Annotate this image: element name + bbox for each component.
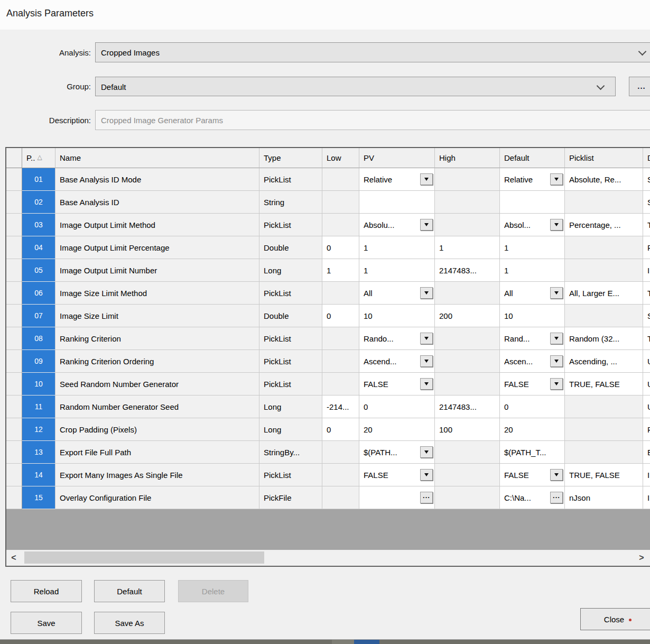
pv-cell-dropdown-button[interactable] [420, 333, 433, 344]
default-cell[interactable]: FALSE [500, 464, 565, 486]
row-selector[interactable] [6, 395, 22, 418]
high-cell[interactable]: 2147483... [435, 395, 500, 418]
low-cell[interactable] [322, 464, 359, 486]
row-selector[interactable] [6, 464, 22, 486]
param-type-cell[interactable]: PickList [259, 168, 322, 191]
high-cell[interactable] [435, 191, 500, 214]
picklist-cell[interactable]: Absolute, Re... [565, 168, 643, 191]
low-cell[interactable]: 0 [322, 236, 359, 259]
pv-cell-dropdown-button[interactable] [420, 446, 433, 458]
default-cell[interactable]: 20 [500, 418, 565, 441]
default-cell[interactable]: C:\Na...... [500, 486, 565, 509]
param-name-cell[interactable]: Base Analysis ID [55, 191, 259, 214]
param-name-cell[interactable]: Crop Padding (Pixels) [55, 418, 259, 441]
row-selector[interactable] [6, 282, 22, 305]
param-name-cell[interactable]: Ranking Criterion [55, 327, 259, 350]
pv-cell[interactable]: FALSE [359, 373, 435, 395]
default-cell-dropdown-button[interactable] [550, 287, 563, 299]
row-number-cell[interactable]: 11 [22, 395, 55, 418]
param-name-cell[interactable]: Image Output Limit Percentage [55, 236, 259, 259]
default-cell[interactable]: 1 [500, 259, 565, 282]
row-selector[interactable] [6, 214, 22, 236]
default-cell[interactable]: 10 [500, 305, 565, 327]
param-type-cell[interactable]: Double [259, 236, 322, 259]
param-type-cell[interactable]: PickFile [259, 486, 322, 509]
param-name-cell[interactable]: Image Output Limit Method [55, 214, 259, 236]
save-as-button[interactable]: Save As [94, 612, 165, 634]
param-name-cell[interactable]: Image Size Limit Method [55, 282, 259, 305]
column-header-position[interactable]: P..△ [22, 148, 55, 168]
close-button[interactable]: Close [580, 608, 650, 630]
high-cell[interactable] [435, 168, 500, 191]
group-browse-button[interactable]: ... [629, 77, 650, 96]
high-cell[interactable] [435, 464, 500, 486]
parameters-grid[interactable]: P..△NameTypeLowPVHighDefaultPicklistD01B… [5, 147, 650, 567]
row-number-cell[interactable]: 14 [22, 464, 55, 486]
row-selector[interactable] [6, 486, 22, 509]
low-cell[interactable] [322, 486, 359, 509]
param-name-cell[interactable]: Export Many Images As Single File [55, 464, 259, 486]
high-cell[interactable] [435, 486, 500, 509]
default-cell-dropdown-button[interactable] [550, 378, 563, 390]
row-number-cell[interactable]: 15 [22, 486, 55, 509]
pv-cell[interactable]: Absolu... [359, 214, 435, 236]
row-number-cell[interactable]: 10 [22, 373, 55, 395]
row-number-cell[interactable]: 03 [22, 214, 55, 236]
default-cell[interactable]: Absol... [500, 214, 565, 236]
pv-cell-dropdown-button[interactable] [420, 355, 433, 367]
row-number-cell[interactable]: 06 [22, 282, 55, 305]
high-cell[interactable] [435, 441, 500, 464]
picklist-cell[interactable] [565, 191, 643, 214]
pv-cell[interactable]: ... [359, 486, 435, 509]
default-cell[interactable]: 0 [500, 395, 565, 418]
picklist-cell[interactable]: Percentage, ... [565, 214, 643, 236]
scroll-right-arrow-icon[interactable]: > [634, 550, 649, 566]
param-type-cell[interactable]: PickList [259, 282, 322, 305]
low-cell[interactable]: 0 [322, 305, 359, 327]
high-cell[interactable]: 2147483... [435, 259, 500, 282]
low-cell[interactable] [322, 168, 359, 191]
row-number-cell[interactable]: 09 [22, 350, 55, 373]
pv-cell[interactable]: FALSE [359, 464, 435, 486]
param-type-cell[interactable]: PickList [259, 327, 322, 350]
low-cell[interactable]: -214... [322, 395, 359, 418]
default-button[interactable]: Default [94, 580, 165, 602]
row-selector[interactable] [6, 305, 22, 327]
param-name-cell[interactable]: Image Output Limit Number [55, 259, 259, 282]
high-cell[interactable] [435, 282, 500, 305]
row-selector[interactable] [6, 418, 22, 441]
pv-cell-dropdown-button[interactable] [420, 469, 433, 481]
low-cell[interactable] [322, 350, 359, 373]
picklist-cell[interactable]: Ascending, ... [565, 350, 643, 373]
default-cell[interactable]: Rand... [500, 327, 565, 350]
picklist-cell[interactable] [565, 441, 643, 464]
row-selector[interactable] [6, 191, 22, 214]
row-selector[interactable] [6, 327, 22, 350]
pv-cell-dropdown-button[interactable] [420, 173, 433, 185]
column-header-low[interactable]: Low [322, 148, 359, 168]
row-number-cell[interactable]: 01 [22, 168, 55, 191]
row-selector[interactable] [6, 441, 22, 464]
param-name-cell[interactable]: Export File Full Path [55, 441, 259, 464]
row-number-cell[interactable]: 08 [22, 327, 55, 350]
pv-cell[interactable]: 20 [359, 418, 435, 441]
default-cell[interactable]: FALSE [500, 373, 565, 395]
delete-button[interactable]: Delete [178, 580, 248, 602]
description-field[interactable]: Cropped Image Generator Params [95, 110, 650, 130]
pv-cell[interactable]: Relative [359, 168, 435, 191]
row-selector[interactable] [6, 350, 22, 373]
column-header-type[interactable]: Type [259, 148, 322, 168]
default-cell[interactable]: 1 [500, 236, 565, 259]
param-name-cell[interactable]: Overlay Configuration File [55, 486, 259, 509]
pv-cell[interactable]: $(PATH... [359, 441, 435, 464]
pv-cell[interactable] [359, 191, 435, 214]
row-number-cell[interactable]: 12 [22, 418, 55, 441]
row-number-cell[interactable]: 05 [22, 259, 55, 282]
high-cell[interactable]: 100 [435, 418, 500, 441]
pv-cell[interactable]: Ascend... [359, 350, 435, 373]
low-cell[interactable] [322, 282, 359, 305]
default-cell-dropdown-button[interactable] [550, 355, 563, 367]
high-cell[interactable] [435, 327, 500, 350]
default-cell-dropdown-button[interactable] [550, 173, 563, 185]
column-header-picklist[interactable]: Picklist [565, 148, 643, 168]
